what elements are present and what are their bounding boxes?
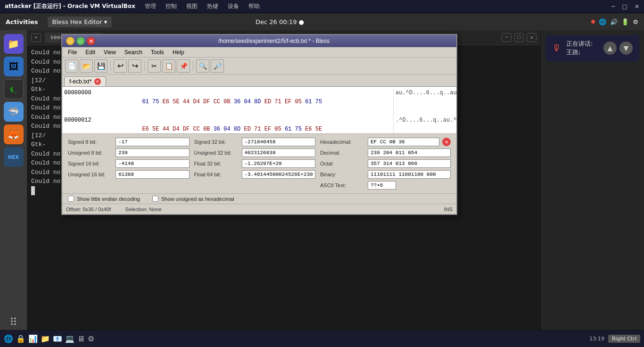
os-menu-devices[interactable]: 设备 — [228, 2, 239, 10]
decode-float32-label: Float 32 bit: — [194, 161, 239, 166]
taskbar-icon-4[interactable]: 📁 — [41, 334, 50, 343]
settings-icon[interactable]: ⚙ — [633, 18, 638, 25]
decode-row-binary: Binary: — [320, 170, 451, 179]
bless-menu-file[interactable]: File — [64, 48, 81, 57]
hex-row-1: 00000012 E6 5E 44 D4 DF CC 0B 36 04 8D E… — [64, 116, 454, 134]
decode-ascii-label: ASCII Text: — [320, 182, 365, 188]
taskbar-icon-7[interactable]: 🖥 — [77, 334, 85, 343]
toolbar-new-btn[interactable]: 📄 — [65, 59, 78, 73]
bless-menu-search[interactable]: Search — [121, 48, 146, 57]
toolbar-paste-btn[interactable]: 📌 — [177, 59, 190, 73]
voice-btn-1[interactable]: ▲ — [603, 41, 617, 55]
bless-menu-tools[interactable]: Tools — [147, 48, 168, 57]
status-ins: INS — [444, 207, 453, 212]
right-ctrl-label: Right Ctrl — [608, 335, 640, 343]
bless-dialog: ─ □ ✕ /home/seed/experiment2/5/f-ecb.txt… — [61, 34, 457, 215]
close-button[interactable]: ✕ — [635, 3, 639, 10]
decode-unsigned16-value[interactable] — [116, 170, 190, 179]
decode-signed16-value[interactable] — [116, 159, 190, 168]
decode-octal-value[interactable] — [368, 159, 451, 168]
decode-signed16-label: Signed 16 bit: — [68, 161, 113, 166]
decode-row-octal: Octal: — [320, 159, 451, 168]
decode-signed8-value[interactable] — [116, 138, 190, 146]
os-menu-view[interactable]: 视图 — [186, 2, 198, 10]
decode-row-unsigned8: Unsigned 8 bit: — [68, 149, 190, 157]
decode-unsigned32-value[interactable] — [242, 149, 316, 157]
sidebar-icon-terminal[interactable]: $_ — [4, 79, 24, 99]
decode-decimal-value[interactable] — [368, 149, 451, 157]
bless-minimize-btn[interactable]: ─ — [66, 37, 74, 45]
taskbar-time: 13:19 — [589, 336, 604, 342]
hex-bytes-0: 61 75 E6 5E 44 D4 DF CC 0B 36 04 8D ED 7… — [101, 89, 391, 116]
bottom-taskbar: 🌐 🔒 📊 📁 📧 💻 🖥 ⚙ 13:19 Right Ctrl — [0, 330, 644, 347]
toolbar-save-btn[interactable]: 💾 — [94, 59, 107, 73]
hex-offset-0: 00000000 — [64, 89, 99, 116]
decode-float32-value[interactable] — [242, 159, 316, 168]
little-endian-checkbox[interactable] — [68, 196, 74, 202]
app-name-button[interactable]: Bless Hex Editor ▾ — [48, 17, 112, 27]
terminal-new-tab-btn[interactable]: + — [31, 33, 41, 42]
toolbar-copy-btn[interactable]: 📋 — [162, 59, 175, 73]
terminal-maximize-btn[interactable]: □ — [514, 33, 524, 42]
maximize-button[interactable]: □ — [622, 3, 627, 10]
bless-menu-edit[interactable]: Edit — [82, 48, 99, 57]
bless-close-btn[interactable]: ✕ — [87, 37, 95, 45]
os-menu-control[interactable]: 控制 — [165, 2, 177, 10]
os-menu-help[interactable]: 帮助 — [248, 2, 260, 10]
os-menu-hotkey[interactable]: 热键 — [207, 2, 218, 10]
sidebar-icon-wireshark[interactable]: 🦈 — [4, 102, 24, 122]
minimize-button[interactable]: ─ — [611, 3, 615, 10]
volume-icon[interactable]: 🔊 — [610, 18, 618, 25]
hex-clear-btn[interactable]: ✕ — [442, 138, 451, 146]
bless-tab-active[interactable]: f-ecb.txt* ✕ — [64, 76, 106, 86]
decode-unsigned8-value[interactable] — [116, 149, 190, 157]
decode-col-2: Signed 32 bit: Unsigned 32 bit: Float 32… — [194, 138, 316, 190]
toolbar-redo-btn[interactable]: ↪ — [128, 59, 141, 73]
decode-ascii-value[interactable] — [368, 181, 396, 190]
decode-row-signed16: Signed 16 bit: — [68, 159, 190, 168]
decode-float64-value[interactable] — [242, 170, 316, 179]
bless-maximize-btn[interactable]: □ — [76, 37, 85, 45]
sidebar-icon-screenshot[interactable]: 🖼 — [4, 57, 24, 76]
taskbar-icon-6[interactable]: 💻 — [65, 334, 74, 343]
toolbar-cut-btn[interactable]: ✂ — [148, 59, 161, 73]
decode-row-decimal: Decimal: — [320, 149, 451, 157]
decode-row-float32: Float 32 bit: — [194, 159, 316, 168]
bless-tab-close[interactable]: ✕ — [94, 78, 101, 85]
toolbar-find-btn[interactable]: 🔍 — [196, 59, 209, 73]
toolbar-undo-btn[interactable]: ↩ — [114, 59, 127, 73]
hex-bytes-1: E6 5E 44 D4 DF CC 0B 36 04 8D ED 71 EF 0… — [101, 116, 391, 134]
bless-menu-view[interactable]: View — [100, 48, 120, 57]
activities-button[interactable]: Activities — [6, 18, 38, 25]
checkbox-row: Show little endian decoding Show unsigne… — [62, 193, 456, 204]
bless-toolbar: 📄 📂 💾 ↩ ↪ ✂ 📋 📌 🔍 🔎 — [62, 58, 456, 74]
battery-icon: 🔋 — [621, 18, 629, 25]
bless-tab-label: f-ecb.txt* — [69, 78, 91, 85]
hex-content[interactable]: 00000000 61 75 E6 5E 44 D4 DF CC 0B 36 0… — [62, 87, 456, 134]
decode-binary-value[interactable] — [368, 170, 451, 179]
taskbar-icon-1[interactable]: 🌐 — [4, 334, 13, 343]
sidebar-icon-firefox[interactable]: 🦊 — [4, 124, 24, 144]
decode-signed32-label: Signed 32 bit: — [194, 139, 239, 145]
sidebar-icon-files[interactable]: 📁 — [4, 34, 24, 54]
os-menu-manage[interactable]: 管理 — [145, 2, 156, 10]
taskbar-icon-3[interactable]: 📊 — [28, 334, 38, 343]
taskbar-icon-2[interactable]: 🔒 — [16, 334, 25, 343]
decode-hex-value[interactable] — [368, 138, 439, 146]
unsigned-hex-checkbox[interactable] — [152, 196, 158, 202]
terminal-minimize-btn[interactable]: ─ — [502, 33, 512, 42]
sidebar-icon-apps[interactable]: ⠿ — [4, 312, 24, 332]
decode-col-1: Signed 8 bit: Unsigned 8 bit: Signed 16 … — [68, 138, 190, 190]
unsigned-hex-label: Show unsigned as hexadecimal — [161, 196, 234, 202]
toolbar-findreplace-btn[interactable]: 🔎 — [211, 59, 224, 73]
toolbar-open-btn[interactable]: 📂 — [80, 59, 93, 73]
bless-menu-help[interactable]: Help — [169, 48, 188, 57]
terminal-close-btn[interactable]: ✕ — [527, 33, 537, 42]
decode-signed32-value[interactable] — [242, 138, 316, 146]
decode-unsigned16-label: Unsigned 16 bit: — [68, 172, 113, 177]
taskbar-icon-5[interactable]: 📧 — [53, 334, 62, 343]
sidebar-icon-bless[interactable]: HEX — [4, 147, 24, 167]
voice-btn-2[interactable]: ▼ — [619, 41, 633, 55]
taskbar-icon-8[interactable]: ⚙ — [88, 334, 94, 343]
decode-row-unsigned16: Unsigned 16 bit: — [68, 170, 190, 179]
